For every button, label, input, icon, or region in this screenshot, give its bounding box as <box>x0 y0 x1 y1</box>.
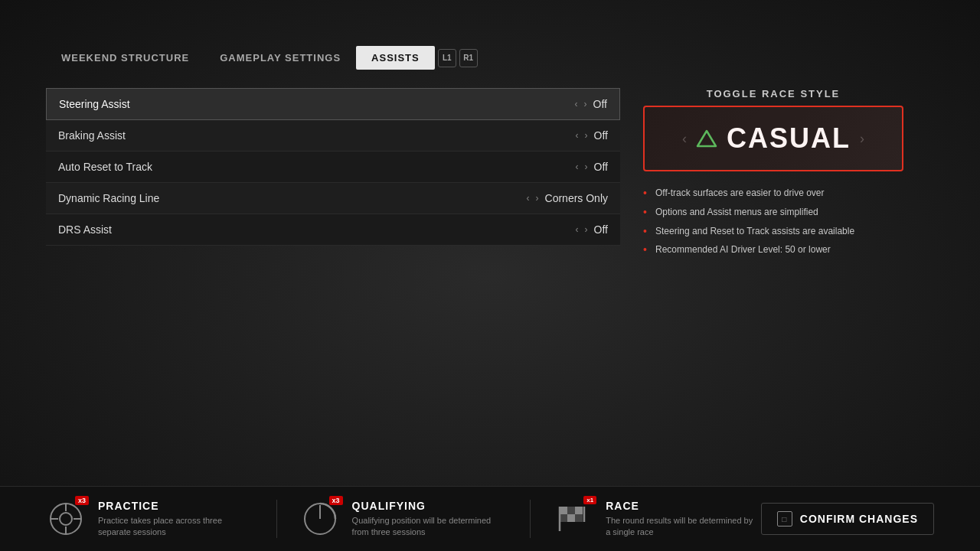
row-label-racingline: Dynamic Racing Line <box>58 192 159 204</box>
practice-badge: x3 <box>75 496 89 505</box>
race-badge: x1 <box>583 496 596 504</box>
steering-right-arrow[interactable]: › <box>584 99 587 109</box>
drs-left-arrow[interactable]: ‹ <box>576 224 579 235</box>
tab-weekend-structure[interactable]: WEEKEND STRUCTURE <box>46 46 204 70</box>
assists-row-drs[interactable]: DRS Assist ‹ › Off <box>46 214 620 246</box>
racingline-right-arrow[interactable]: › <box>536 193 539 204</box>
page-container: WEEKEND STRUCTURE GAMEPLAY SETTINGS ASSI… <box>0 0 980 551</box>
qualifying-badge: x3 <box>329 496 343 505</box>
triangle-icon <box>696 128 717 149</box>
row-value-racingline: ‹ › Corners Only <box>527 192 608 204</box>
bullet-1: Off-track surfaces are easier to drive o… <box>643 187 903 200</box>
main-content: Steering Assist ‹ › Off Braking Assist ‹… <box>46 88 934 262</box>
autoreset-value: Off <box>594 161 608 173</box>
braking-left-arrow[interactable]: ‹ <box>576 130 579 141</box>
autoreset-right-arrow[interactable]: › <box>585 161 588 172</box>
drs-right-arrow[interactable]: › <box>585 224 588 235</box>
row-value-braking: ‹ › Off <box>576 129 608 142</box>
braking-right-arrow[interactable]: › <box>585 130 588 141</box>
braking-value: Off <box>594 129 608 142</box>
row-label-drs: DRS Assist <box>58 223 112 236</box>
row-label-steering: Steering Assist <box>59 98 130 110</box>
assists-row-racingline[interactable]: Dynamic Racing Line ‹ › Corners Only <box>46 183 620 214</box>
row-value-drs: ‹ › Off <box>576 223 608 236</box>
assists-row-braking[interactable]: Braking Assist ‹ › Off <box>46 120 620 152</box>
l1-badge: L1 <box>438 49 456 67</box>
steering-left-arrow[interactable]: ‹ <box>575 99 578 109</box>
race-style-left-arrow[interactable]: ‹ <box>682 131 687 147</box>
nav-tabs: WEEKEND STRUCTURE GAMEPLAY SETTINGS ASSI… <box>46 46 934 70</box>
row-value-autoreset: ‹ › Off <box>576 161 608 173</box>
toggle-race-header: TOGGLE RACE STYLE <box>643 88 903 99</box>
drs-value: Off <box>594 223 608 236</box>
assists-row-steering[interactable]: Steering Assist ‹ › Off <box>46 88 620 120</box>
assists-panel: Steering Assist ‹ › Off Braking Assist ‹… <box>46 88 620 262</box>
row-label-autoreset: Auto Reset to Track <box>58 161 152 173</box>
svg-marker-0 <box>697 131 716 146</box>
race-style-panel: TOGGLE RACE STYLE ‹ CASUAL › Off-track s… <box>643 88 903 262</box>
racingline-left-arrow[interactable]: ‹ <box>527 193 530 204</box>
row-label-braking: Braking Assist <box>58 129 126 142</box>
tab-assists[interactable]: ASSISTS <box>356 46 435 70</box>
race-style-label: CASUAL <box>727 122 851 155</box>
bullet-4: Recommended AI Driver Level: 50 or lower <box>643 243 903 256</box>
race-style-right-arrow[interactable]: › <box>860 131 864 147</box>
row-value-steering: ‹ › Off <box>575 98 607 110</box>
steering-value: Off <box>593 98 607 110</box>
autoreset-left-arrow[interactable]: ‹ <box>576 161 579 172</box>
bullet-2: Options and Assist menus are simplified <box>643 206 903 219</box>
racingline-value: Corners Only <box>545 192 608 204</box>
race-style-bullets: Off-track surfaces are easier to drive o… <box>643 187 903 256</box>
r1-badge: R1 <box>459 49 478 67</box>
assists-row-autoreset[interactable]: Auto Reset to Track ‹ › Off <box>46 152 620 183</box>
tab-gameplay-settings[interactable]: GAMEPLAY SETTINGS <box>204 46 356 70</box>
bullet-3: Steering and Reset to Track assists are … <box>643 225 903 238</box>
race-style-box[interactable]: ‹ CASUAL › <box>643 106 903 171</box>
